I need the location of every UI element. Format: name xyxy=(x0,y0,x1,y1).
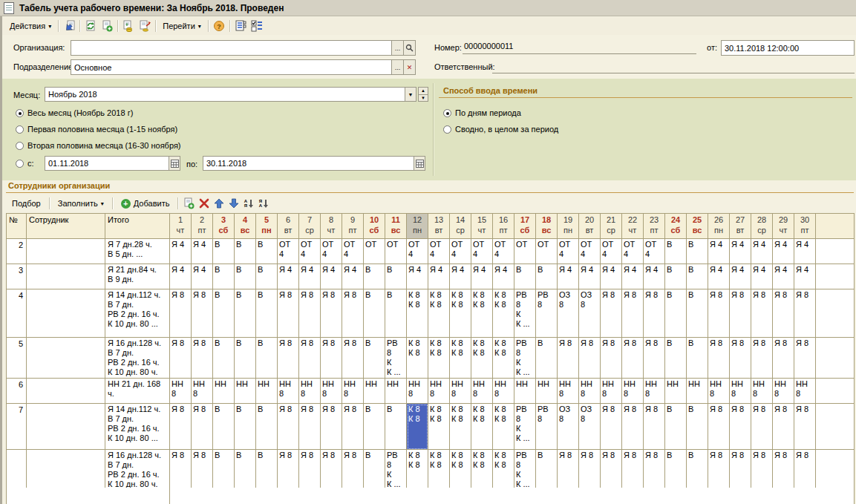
timesheet-day-cell[interactable]: В xyxy=(256,239,278,264)
timesheet-day-cell[interactable]: ОТ 4 xyxy=(278,239,299,264)
timesheet-day-cell[interactable]: Я 4 xyxy=(299,264,321,289)
timesheet-day-cell[interactable]: Я 8 xyxy=(751,289,773,338)
timesheet-day-cell[interactable]: ОЗ 8 xyxy=(579,289,601,338)
timesheet-day-cell[interactable]: Я 8 xyxy=(601,450,622,492)
timesheet-day-cell[interactable]: Я 8 xyxy=(644,338,665,379)
row-number-cell[interactable]: 4 xyxy=(7,289,27,338)
timesheet-day-cell[interactable]: Я 8 xyxy=(192,289,213,338)
total-cell[interactable]: Я 14 дн.112 ч. В 7 дн. РВ 2 дн. 16 ч. К … xyxy=(105,404,170,450)
timesheet-day-cell[interactable]: В xyxy=(665,264,687,289)
row-number-cell[interactable]: 7 xyxy=(7,404,27,450)
timesheet-day-cell[interactable]: К 8 К 8 xyxy=(471,404,493,450)
timesheet-day-cell[interactable]: Я 8 xyxy=(773,338,794,379)
timesheet-day-cell[interactable]: Я 4 xyxy=(407,264,428,289)
timesheet-day-cell[interactable]: В xyxy=(364,404,385,450)
row-number-cell[interactable]: 2 xyxy=(7,239,27,264)
timesheet-day-cell[interactable]: ОТ 4 xyxy=(558,239,579,264)
total-cell[interactable]: Я 7 дн.28 ч. В 5 дн. ... xyxy=(105,239,170,264)
timesheet-day-cell[interactable]: РВ 8 xyxy=(536,404,558,450)
timesheet-day-cell[interactable]: В xyxy=(235,264,256,289)
copy-row-button[interactable] xyxy=(180,196,197,211)
timesheet-day-cell[interactable]: НН xyxy=(385,379,407,404)
total-cell[interactable]: Я 21 дн.84 ч. В 9 дн. xyxy=(105,264,170,289)
timesheet-day-cell[interactable]: К 8 К 8 xyxy=(450,289,471,338)
employee-cell[interactable] xyxy=(27,264,105,289)
timesheet-day-cell[interactable]: ОТ 4 xyxy=(579,239,601,264)
row-number-cell[interactable]: 3 xyxy=(7,264,27,289)
timesheet-day-cell[interactable]: Я 4 xyxy=(794,264,816,289)
timesheet-day-cell[interactable]: Я 4 xyxy=(751,264,773,289)
employee-cell[interactable] xyxy=(27,404,105,450)
timesheet-day-cell[interactable]: В xyxy=(514,264,536,289)
org-ellipsis-button[interactable]: ... xyxy=(391,41,403,55)
timesheet-day-cell[interactable]: В xyxy=(213,404,235,450)
timesheet-day-cell[interactable]: Я 8 xyxy=(342,450,364,492)
goto-button[interactable]: Перейти ▾ xyxy=(158,19,206,33)
timesheet-day-cell[interactable]: В xyxy=(256,264,278,289)
timesheet-day-cell[interactable]: НН 8 xyxy=(278,379,299,404)
timesheet-day-cell[interactable]: НН 8 xyxy=(170,379,192,404)
post-button[interactable] xyxy=(120,19,137,33)
timesheet-day-cell[interactable]: Я 8 xyxy=(579,450,601,492)
timesheet-day-cell[interactable]: Я 4 xyxy=(192,239,213,264)
total-cell[interactable]: Я 16 дн.128 ч. В 7 дн. РВ 2 дн. 16 ч. К … xyxy=(105,450,170,492)
month-combo[interactable]: Ноябрь 2018 ▼ xyxy=(45,87,416,102)
date-field[interactable]: 30.11.2018 12:00:00 xyxy=(721,40,855,56)
timesheet-day-cell[interactable]: Я 8 xyxy=(192,450,213,492)
timesheet-day-cell[interactable]: Я 4 xyxy=(428,264,450,289)
timesheet-day-cell[interactable]: Я 8 xyxy=(579,338,601,379)
timesheet-day-cell[interactable]: Я 4 xyxy=(170,264,192,289)
timesheet-day-cell[interactable]: Я 4 xyxy=(579,264,601,289)
combo-arrow-icon[interactable]: ▼ xyxy=(405,88,416,101)
timesheet-day-cell[interactable]: К 8 К 8 xyxy=(450,404,471,450)
timesheet-day-cell[interactable]: ОЗ 8 xyxy=(558,404,579,450)
timesheet-day-cell[interactable]: Я 4 xyxy=(321,264,342,289)
timesheet-day-cell[interactable]: Я 8 xyxy=(730,404,751,450)
timesheet-day-cell[interactable]: Я 8 xyxy=(321,338,342,379)
timesheet-day-cell[interactable]: К 8 К 8 xyxy=(493,289,514,338)
timesheet-day-cell[interactable]: РВ 8 К К ... xyxy=(385,338,407,379)
timesheet-day-cell[interactable]: НН 8 xyxy=(794,379,816,404)
timesheet-day-cell[interactable]: В xyxy=(364,264,385,289)
timesheet-day-cell[interactable]: НН 8 xyxy=(471,379,493,404)
radio-summary[interactable]: Сводно, в целом за период xyxy=(443,125,558,134)
timesheet-day-cell[interactable]: Я 8 xyxy=(170,289,192,338)
add-row-button[interactable]: + Добавить xyxy=(115,196,176,211)
timesheet-day-cell[interactable]: НН 8 xyxy=(192,379,213,404)
timesheet-day-cell[interactable]: НН 8 xyxy=(579,379,601,404)
timesheet-day-cell[interactable]: Я 4 xyxy=(773,264,794,289)
timesheet-day-cell[interactable]: В xyxy=(665,338,687,379)
refresh-button[interactable] xyxy=(82,19,99,33)
employee-cell[interactable] xyxy=(27,379,105,404)
timesheet-day-cell[interactable]: В xyxy=(213,450,235,492)
timesheet-day-cell[interactable]: Я 8 xyxy=(558,338,579,379)
timesheet-day-cell[interactable]: Я 8 xyxy=(601,289,622,338)
timesheet-day-cell[interactable]: НН 8 xyxy=(493,379,514,404)
timesheet-day-cell[interactable]: К 8 К 8 xyxy=(493,404,514,450)
timesheet-day-cell[interactable]: Я 8 xyxy=(342,338,364,379)
timesheet-day-cell[interactable]: В xyxy=(213,264,235,289)
timesheet-day-cell[interactable]: Я 8 xyxy=(622,338,644,379)
timesheet-day-cell[interactable]: Я 8 xyxy=(751,338,773,379)
timesheet-day-cell[interactable]: Я 8 xyxy=(558,450,579,492)
timesheet-day-cell[interactable]: Я 4 xyxy=(751,239,773,264)
timesheet-day-cell[interactable]: Я 8 xyxy=(192,338,213,379)
timesheet-day-cell[interactable]: Я 4 xyxy=(493,264,514,289)
timesheet-day-cell[interactable]: В xyxy=(536,338,558,379)
timesheet-day-cell[interactable]: Я 8 xyxy=(794,450,816,492)
timesheet-day-cell[interactable]: В xyxy=(687,289,708,338)
timesheet-day-cell[interactable]: В xyxy=(385,404,407,450)
timesheet-day-cell[interactable]: К 8 К 8 xyxy=(450,450,471,492)
to-calendar-button[interactable] xyxy=(414,157,425,170)
timesheet-day-cell[interactable]: Я 8 xyxy=(622,450,644,492)
help-button[interactable]: ? xyxy=(211,19,227,33)
timesheet-day-cell[interactable]: Я 8 xyxy=(278,450,299,492)
timesheet-day-cell[interactable]: В xyxy=(256,338,278,379)
timesheet-day-cell[interactable]: НН xyxy=(514,379,536,404)
timesheet-day-cell[interactable]: Я 8 xyxy=(278,404,299,450)
timesheet-day-cell[interactable]: В xyxy=(687,264,708,289)
timesheet-day-cell[interactable]: Я 4 xyxy=(601,264,622,289)
timesheet-day-cell[interactable]: РВ 8 К К ... xyxy=(514,450,536,492)
timesheet-day-cell[interactable]: В xyxy=(364,289,385,338)
row-number-cell[interactable] xyxy=(7,450,27,492)
